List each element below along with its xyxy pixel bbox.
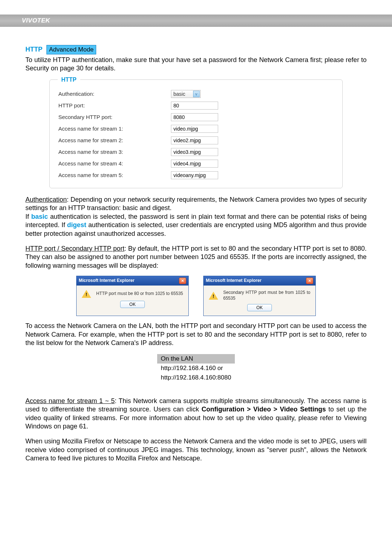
auth-text1: : Depending on your network security req…	[25, 196, 367, 212]
section-heading-row: HTTP Advanced Mode	[25, 45, 367, 54]
close-icon[interactable]: ×	[179, 278, 186, 284]
label-authentication: Authentication:	[58, 90, 171, 98]
chevron-down-icon[interactable]: v	[193, 91, 200, 97]
advanced-mode-badge: Advanced Mode	[46, 45, 96, 54]
http-port-input[interactable]	[171, 102, 218, 110]
intro-paragraph: To utilize HTTP authentication, make sur…	[25, 56, 367, 73]
stream5-input[interactable]	[171, 171, 218, 179]
row-http-port: HTTP port:	[58, 102, 334, 110]
label-stream2: Access name for stream 2:	[58, 137, 171, 144]
label-stream3: Access name for stream 3:	[58, 148, 171, 156]
row-stream1: Access name for stream 1:	[58, 125, 334, 133]
port-underline: HTTP port / Secondary HTTP port	[25, 245, 124, 252]
auth-underline: Authentication	[25, 196, 67, 203]
row-stream4: Access name for stream 4:	[58, 160, 334, 168]
port-paragraph: HTTP port / Secondary HTTP port: By defa…	[25, 245, 367, 270]
label-stream1: Access name for stream 1:	[58, 125, 171, 132]
auth-text2a: If	[25, 213, 31, 220]
ok-button[interactable]: OK	[247, 304, 271, 311]
section-title: HTTP	[25, 45, 42, 54]
stream4-input[interactable]	[171, 160, 218, 168]
row-stream5: Access name for stream 5:	[58, 171, 334, 179]
warning-icon	[82, 290, 91, 298]
label-secondary-http-port: Secondary HTTP port:	[58, 114, 171, 121]
lan-cell-2: http://192.168.4.160:8080	[157, 373, 235, 382]
config-path-bold: Configuration > Video > Video Settings	[201, 406, 326, 413]
lan-table: On the LAN http://192.168.4.160 or http:…	[157, 354, 235, 382]
auth-paragraph: Authentication: Depending on your networ…	[25, 196, 367, 238]
page-header: VIVOTEK	[0, 15, 392, 27]
after-dialog-paragraph: To access the Network Camera on the LAN,…	[25, 322, 367, 347]
label-stream5: Access name for stream 5:	[58, 172, 171, 179]
dialog-http-port: Microsoft Internet Explorer × HTTP port …	[76, 276, 189, 316]
dialog-title-text: Microsoft Internet Explorer	[206, 278, 261, 284]
row-stream3: Access name for stream 3:	[58, 148, 334, 156]
access-paragraph: Access name for stream 1 ~ 5: This Netwo…	[25, 397, 367, 431]
dialog-message: Secondary HTTP port must be from 1025 to…	[223, 290, 310, 301]
firefox-paragraph: When using Mozilla Firefox or Netscape t…	[25, 437, 367, 463]
lan-header-cell: On the LAN	[157, 354, 235, 364]
stream3-input[interactable]	[171, 148, 218, 156]
dialog-body: Secondary HTTP port must be from 1025 to…	[204, 286, 315, 304]
lan-cell-1: http://192.168.4.160 or	[157, 364, 235, 373]
dialog-titlebar: Microsoft Internet Explorer ×	[77, 276, 188, 286]
basic-keyword: basic	[31, 213, 48, 220]
brand-label: VIVOTEK	[22, 17, 50, 24]
dialog-row: Microsoft Internet Explorer × HTTP port …	[25, 276, 367, 316]
stream2-input[interactable]	[171, 136, 218, 144]
close-icon[interactable]: ×	[306, 278, 313, 284]
stream1-input[interactable]	[171, 125, 218, 133]
dialog-message: HTTP port must be 80 or from 1025 to 655…	[96, 291, 183, 297]
ok-button[interactable]: OK	[120, 301, 144, 308]
authentication-value: basic	[173, 91, 185, 97]
dialog-titlebar: Microsoft Internet Explorer ×	[204, 276, 315, 286]
row-stream2: Access name for stream 2:	[58, 136, 334, 144]
label-stream4: Access name for stream 4:	[58, 160, 171, 167]
label-http-port: HTTP port:	[58, 102, 171, 109]
authentication-select[interactable]: basic v	[171, 90, 201, 98]
dialog-body: HTTP port must be 80 or from 1025 to 655…	[77, 286, 188, 301]
fieldset-legend: HTTP	[58, 76, 80, 84]
row-secondary-http-port: Secondary HTTP port:	[58, 113, 334, 121]
digest-keyword: digest	[67, 221, 86, 229]
warning-icon	[209, 292, 218, 300]
dialog-title-text: Microsoft Internet Explorer	[79, 278, 134, 284]
http-form-panel: HTTP Authentication: basic v HTTP port: …	[49, 79, 343, 188]
dialog-secondary-http-port: Microsoft Internet Explorer × Secondary …	[203, 276, 316, 316]
secondary-http-port-input[interactable]	[171, 113, 218, 121]
row-authentication: Authentication: basic v	[58, 90, 334, 98]
access-underline: Access name for stream 1 ~ 5	[25, 397, 115, 405]
